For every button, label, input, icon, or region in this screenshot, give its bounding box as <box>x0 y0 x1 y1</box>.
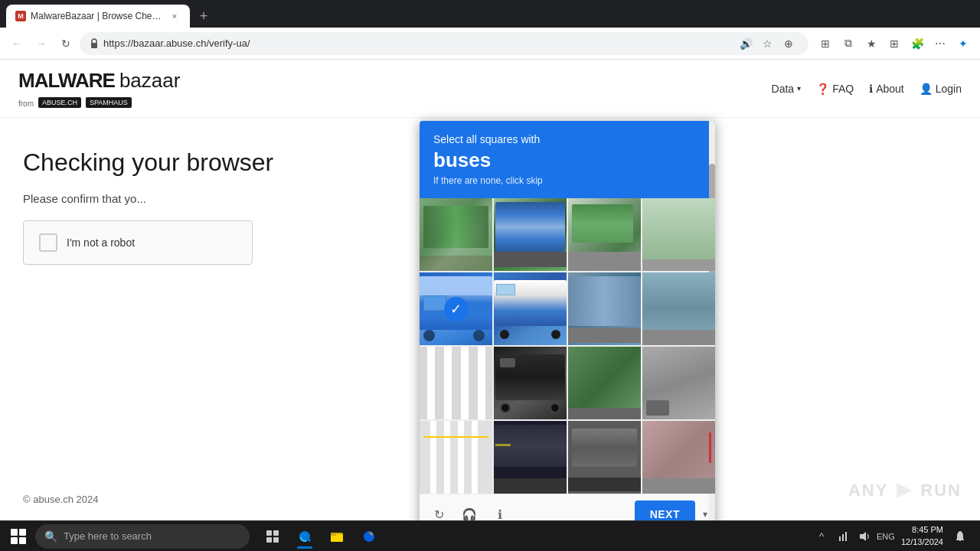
new-tab-button[interactable]: + <box>193 5 214 27</box>
captcha-next-button[interactable]: NEXT <box>635 500 695 520</box>
forward-button[interactable]: → <box>31 33 52 54</box>
taskbar: 🔍 Type here to search <box>0 520 980 551</box>
refresh-button[interactable]: ↻ <box>55 33 77 54</box>
svg-rect-10 <box>839 536 841 541</box>
taskbar-apps <box>251 523 805 550</box>
captcha-checkbox-area[interactable]: I'm not a robot <box>23 220 253 265</box>
start-button[interactable] <box>3 523 34 550</box>
tray-chevron[interactable]: ^ <box>812 527 831 546</box>
nav-faq[interactable]: ❓ FAQ <box>816 83 854 95</box>
captcha-cell-13[interactable] <box>420 421 492 494</box>
tray-language-icon[interactable]: ENG <box>877 527 895 546</box>
site-nav: Data ▾ ❓ FAQ ℹ About 👤 Login <box>772 83 962 95</box>
nav-data[interactable]: Data ▾ <box>772 83 802 95</box>
logo-malware: MALWARE <box>18 69 115 93</box>
captcha-next-dropdown[interactable]: ▾ <box>703 509 707 520</box>
not-robot-checkbox[interactable] <box>39 233 57 252</box>
svg-rect-4 <box>266 537 272 543</box>
logo-bazaar: bazaar <box>119 69 181 93</box>
captcha-cell-4[interactable] <box>642 198 715 271</box>
captcha-cell-15[interactable] <box>568 421 641 494</box>
nav-login[interactable]: 👤 Login <box>920 83 962 95</box>
tray-network-icon[interactable] <box>834 527 852 546</box>
address-bar[interactable]: https://bazaar.abuse.ch/verify-ua/ 🔊 ☆ ⊕ <box>80 32 808 55</box>
captcha-cell-3[interactable] <box>568 198 641 271</box>
extensions-icon[interactable]: ⊕ <box>779 34 799 54</box>
badge-spamhaus: SPAMHAUS <box>86 97 132 108</box>
copilot-button[interactable]: ✦ <box>952 33 974 54</box>
svg-rect-2 <box>266 530 272 536</box>
notification-button[interactable] <box>949 526 971 547</box>
captcha-cell-14[interactable] <box>494 421 567 494</box>
taskbar-search[interactable]: 🔍 Type here to search <box>35 524 250 549</box>
sidebar-button[interactable]: ⊞ <box>815 33 836 54</box>
captcha-instruction: Select all squares with <box>433 133 701 145</box>
win-square-bl <box>11 537 18 544</box>
captcha-footer: ↻ 🎧 ℹ NEXT ▾ <box>420 494 715 520</box>
captcha-hint: If there are none, click skip <box>433 175 701 186</box>
favorites-icon[interactable]: ☆ <box>757 34 777 54</box>
captcha-info-button[interactable]: ℹ <box>488 503 511 520</box>
tray-time-date[interactable]: 8:45 PM 12/13/2024 <box>898 524 946 548</box>
svg-marker-1 <box>897 483 912 498</box>
extensions-menu[interactable]: 🧩 <box>906 33 928 54</box>
captcha-cell-7[interactable] <box>568 272 641 345</box>
captcha-image-grid: ✓ <box>420 198 715 494</box>
svg-rect-11 <box>842 534 844 541</box>
svg-rect-8 <box>331 533 336 536</box>
captcha-audio-button[interactable]: 🎧 <box>458 503 481 520</box>
windows-icon <box>11 529 26 544</box>
tray-volume-icon[interactable] <box>855 527 874 546</box>
tab-title: MalwareBazaar | Browse Checkin... <box>31 11 164 21</box>
nav-login-label: Login <box>936 83 962 95</box>
captcha-cell-9[interactable] <box>420 347 492 419</box>
captcha-cell-12[interactable] <box>642 347 715 419</box>
win-square-tr <box>19 529 26 536</box>
anyrun-text: ANY <box>848 481 888 500</box>
anyrun-suffix: RUN <box>920 481 962 500</box>
browser-action-buttons: ⊞ ⧉ ★ ⊞ 🧩 ⋯ ✦ <box>815 33 974 54</box>
taskbar-search-placeholder: Type here to search <box>64 530 152 542</box>
nav-data-label: Data <box>772 83 795 95</box>
browser-controls: ← → ↻ https://bazaar.abuse.ch/verify-ua/… <box>0 28 980 60</box>
captcha-cell-8[interactable] <box>642 272 715 345</box>
tab-favicon: M <box>15 11 26 21</box>
tray-time-text: 8:45 PM <box>901 524 943 536</box>
captcha-cell-11[interactable] <box>568 347 641 419</box>
captcha-cell-1[interactable] <box>420 198 492 271</box>
captcha-cell-6[interactable] <box>494 272 567 345</box>
taskbar-explorer-app[interactable] <box>322 523 352 550</box>
favorites-bar-button[interactable]: ★ <box>861 33 882 54</box>
selected-checkmark: ✓ <box>444 297 469 321</box>
svg-marker-13 <box>860 532 866 541</box>
site-header: MALWARE bazaar from ABUSE.CH SPAMHAUS Da… <box>0 60 980 118</box>
settings-button[interactable]: ⋯ <box>929 33 951 54</box>
collections-button[interactable]: ⊞ <box>884 33 905 54</box>
split-screen-button[interactable]: ⧉ <box>838 33 859 54</box>
anyrun-logo <box>893 479 916 502</box>
taskbar-tray: ^ ENG 8:45 PM 12/13/2024 <box>806 524 977 548</box>
svg-rect-12 <box>845 532 847 541</box>
page-content: MALWARE bazaar from ABUSE.CH SPAMHAUS Da… <box>0 60 980 520</box>
captcha-cell-2[interactable] <box>494 198 567 271</box>
taskbar-firefox-app[interactable] <box>354 523 384 550</box>
lock-icon <box>90 38 99 49</box>
svg-rect-0 <box>91 43 97 48</box>
nav-data-dropdown-icon: ▾ <box>797 84 801 93</box>
back-button[interactable]: ← <box>6 33 28 54</box>
read-aloud-icon[interactable]: 🔊 <box>736 34 756 54</box>
taskbar-task-view[interactable] <box>257 523 288 550</box>
faq-icon: ❓ <box>816 83 829 95</box>
address-text: https://bazaar.abuse.ch/verify-ua/ <box>103 37 731 49</box>
svg-point-9 <box>364 531 374 542</box>
win-square-tl <box>11 529 18 536</box>
captcha-cell-10[interactable] <box>494 347 567 419</box>
nav-about[interactable]: ℹ About <box>869 83 904 95</box>
taskbar-edge-app[interactable] <box>289 523 320 550</box>
browser-tab-active[interactable]: M MalwareBazaar | Browse Checkin... × <box>6 5 190 28</box>
captcha-cell-5[interactable]: ✓ <box>420 272 492 345</box>
captcha-refresh-button[interactable]: ↻ <box>427 503 450 520</box>
browser-window: M MalwareBazaar | Browse Checkin... × + … <box>0 0 980 551</box>
tab-close-button[interactable]: × <box>168 10 181 22</box>
captcha-cell-16[interactable] <box>642 421 715 494</box>
